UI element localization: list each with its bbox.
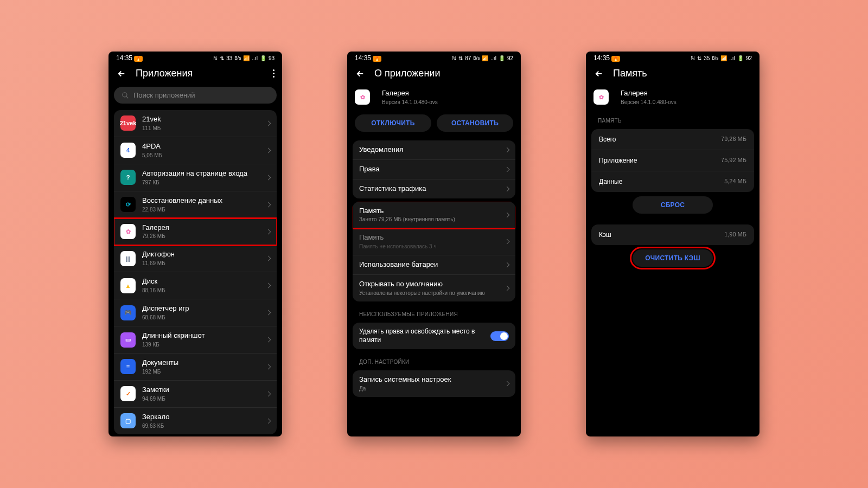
- app-size: 111 МБ: [142, 125, 266, 132]
- chevron-right-icon: [505, 286, 510, 291]
- screen-apps: 14:35🔥 ℕ⇅33B/s📶..ıl🔋93 Приложения Поиск …: [108, 52, 282, 436]
- app-info: ✿ Галерея Версия 14.1.0.480-ovs: [586, 84, 760, 111]
- app-name: Диск: [142, 277, 266, 286]
- toggle-switch[interactable]: [490, 331, 509, 341]
- cache-row: Кэш 1,90 МБ: [591, 224, 754, 245]
- app-row[interactable]: ||| Диктофон11,69 МБ: [114, 245, 277, 272]
- settings-row[interactable]: ПамятьЗанято 79,26 МБ (внутренняя память…: [353, 202, 515, 229]
- chevron-right-icon: [266, 256, 271, 261]
- app-icon: 4: [120, 143, 136, 158]
- app-row[interactable]: 🎮 Диспетчер игр68,68 МБ: [114, 299, 277, 326]
- settings-row[interactable]: Статистика трафика: [353, 179, 515, 198]
- status-bar: 14:35🔥 ℕ⇅35B/s📶..ıl🔋92: [586, 52, 760, 63]
- app-row[interactable]: ▢ Зеркало69,63 КБ: [114, 408, 277, 434]
- app-name: Галерея: [621, 89, 752, 98]
- storage-breakdown: Всего79,26 МБПриложение75,92 МБДанные5,2…: [591, 129, 754, 192]
- app-info: ✿ Галерея Версия 14.1.0.480-ovs: [347, 84, 521, 111]
- back-icon[interactable]: [355, 68, 366, 79]
- hot-badge: 🔥: [134, 56, 143, 62]
- chevron-right-icon: [266, 229, 271, 234]
- app-version: Версия 14.1.0.480-ovs: [382, 99, 513, 106]
- app-size: 5,05 МБ: [142, 152, 266, 159]
- section-memory: ПАМЯТЬ: [586, 111, 760, 126]
- settings-group-3: Запись системных настроекДа: [353, 370, 515, 397]
- app-size: 11,69 МБ: [142, 260, 266, 267]
- menu-icon[interactable]: [272, 69, 275, 78]
- app-row[interactable]: ▲ Диск88,16 МБ: [114, 272, 277, 299]
- page-title: Приложения: [136, 68, 264, 79]
- app-size: 68,68 МБ: [142, 314, 266, 321]
- app-row[interactable]: ▭ Длинный скриншот139 КБ: [114, 326, 277, 354]
- settings-row[interactable]: Права: [353, 160, 515, 179]
- clear-cache-button[interactable]: ОЧИСТИТЬ КЭШ: [633, 249, 713, 267]
- page-title: Память: [613, 68, 752, 79]
- status-bar: 14:35🔥 ℕ⇅33B/s📶..ıl🔋93: [108, 52, 282, 63]
- chevron-right-icon: [505, 381, 510, 387]
- app-name: Галерея: [142, 223, 266, 233]
- app-name: Авторизация на странице входа: [142, 169, 266, 178]
- settings-group-1: УведомленияПраваСтатистика трафика: [353, 140, 515, 198]
- chevron-right-icon: [266, 202, 271, 207]
- app-name: Зеркало: [142, 413, 266, 422]
- app-icon: ✿: [120, 224, 136, 239]
- app-row[interactable]: ? Авторизация на странице входа797 КБ: [114, 164, 277, 191]
- chevron-right-icon: [266, 175, 271, 180]
- chevron-right-icon: [266, 391, 271, 396]
- reset-button[interactable]: СБРОС: [633, 196, 713, 214]
- app-row[interactable]: ✓ Заметки94,69 МБ: [114, 381, 277, 408]
- status-time: 14:35: [116, 54, 132, 62]
- app-icon: ⟳: [120, 197, 136, 212]
- section-unused: НЕИСПОЛЬЗУЕМЫЕ ПРИЛОЖЕНИЯ: [347, 305, 521, 319]
- title-bar: Приложения: [108, 63, 282, 84]
- app-size: 22,83 МБ: [142, 206, 266, 213]
- app-icon: ?: [120, 170, 136, 185]
- app-size: 797 КБ: [142, 179, 266, 186]
- app-name: Диспетчер игр: [142, 304, 266, 313]
- app-icon: ▢: [120, 413, 136, 428]
- chevron-right-icon: [266, 147, 271, 153]
- screen-storage: 14:35🔥 ℕ⇅35B/s📶..ıl🔋92 Память ✿ Галерея …: [586, 52, 760, 436]
- app-row[interactable]: ≡ Документы192 МБ: [114, 354, 277, 381]
- settings-row[interactable]: Запись системных настроекДа: [353, 370, 515, 397]
- storage-kv: Данные5,24 МБ: [591, 171, 754, 192]
- storage-kv: Приложение75,92 МБ: [591, 150, 754, 171]
- app-size: 69,63 КБ: [142, 422, 266, 429]
- app-row[interactable]: 21vek 21vek111 МБ: [114, 110, 277, 137]
- search-placeholder: Поиск приложений: [133, 91, 195, 99]
- app-icon: 21vek: [120, 115, 136, 131]
- chevron-right-icon: [505, 147, 510, 152]
- settings-row[interactable]: Уведомления: [353, 140, 515, 160]
- app-size: 139 КБ: [142, 341, 266, 348]
- stop-button[interactable]: ОСТАНОВИТЬ: [437, 114, 513, 132]
- settings-row[interactable]: Открывать по умолчаниюУстановлены некото…: [353, 275, 515, 301]
- toggle-row[interactable]: Удалять права и освобождать место в памя…: [353, 323, 515, 349]
- status-bar: 14:35🔥 ℕ⇅87B/s📶..ıl🔋92: [347, 52, 521, 63]
- app-size: 192 МБ: [142, 368, 266, 375]
- disable-button[interactable]: ОТКЛЮЧИТЬ: [355, 114, 431, 132]
- app-icon: ≡: [120, 359, 136, 374]
- chevron-right-icon: [505, 166, 510, 172]
- app-version: Версия 14.1.0.480-ovs: [621, 99, 752, 106]
- app-row[interactable]: 4 4PDA5,05 МБ: [114, 137, 277, 164]
- chevron-right-icon: [266, 337, 271, 343]
- app-name: 4PDA: [142, 142, 266, 151]
- app-icon: 🎮: [120, 305, 136, 320]
- app-row[interactable]: ✿ Галерея79,26 МБ: [114, 219, 277, 246]
- search-icon: [122, 92, 129, 99]
- app-row[interactable]: ⟳ Восстановление данных22,83 МБ: [114, 191, 277, 219]
- back-icon[interactable]: [593, 68, 604, 79]
- app-name: Диктофон: [142, 250, 266, 259]
- chevron-right-icon: [266, 283, 271, 288]
- screen-about: 14:35🔥 ℕ⇅87B/s📶..ıl🔋92 О приложении ✿ Га…: [347, 52, 521, 436]
- app-name: Длинный скриншот: [142, 331, 266, 341]
- chevron-right-icon: [266, 418, 271, 423]
- back-icon[interactable]: [116, 68, 127, 79]
- app-name: Документы: [142, 358, 266, 368]
- chevron-right-icon: [505, 262, 510, 268]
- app-size: 79,26 МБ: [142, 233, 266, 240]
- app-icon: ▭: [120, 332, 136, 348]
- search-input[interactable]: Поиск приложений: [114, 87, 277, 104]
- title-bar: О приложении: [347, 63, 521, 84]
- settings-row[interactable]: Использование батареи: [353, 255, 515, 275]
- settings-row[interactable]: ПамятьПамять не использовалась 3 ч: [353, 228, 515, 255]
